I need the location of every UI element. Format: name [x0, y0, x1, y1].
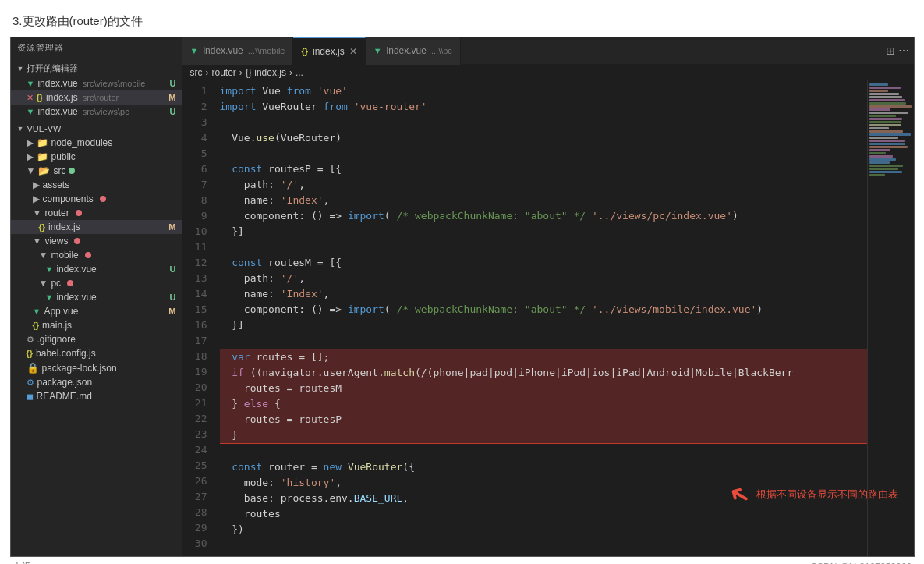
file-name-mobile-index: index.vue	[56, 264, 96, 275]
file-gitignore[interactable]: ⚙ .gitignore	[11, 332, 182, 346]
tab-index-js[interactable]: {} index.js ✕	[293, 37, 365, 65]
vue-icon-pc: ▼	[45, 293, 54, 302]
breadcrumb-more: ...	[296, 67, 303, 78]
more-icon[interactable]: ⋯	[898, 44, 909, 57]
open-editors-header[interactable]: ▼ 打开的编辑器	[11, 60, 182, 76]
minimap-content	[868, 80, 914, 180]
folder-name-src: src	[53, 165, 65, 176]
file-app-vue[interactable]: ▼ App.vue M	[11, 304, 182, 318]
project-name: VUE-VW	[27, 124, 61, 133]
folder-icon-src: 📂	[38, 165, 50, 176]
breadcrumb-file: {} index.js	[246, 67, 286, 78]
split-editor-icon[interactable]: ⊞	[886, 44, 895, 57]
folder-arrow-pub: ▶	[27, 151, 34, 162]
vue-icon-app: ▼	[33, 307, 41, 316]
file-package-lock[interactable]: 🔒 package-lock.json	[11, 360, 182, 375]
md-icon: ◼	[27, 392, 34, 402]
sidebar: 资源管理器 ▼ 打开的编辑器 ▼ index.vue src\views\mob…	[11, 37, 182, 556]
folder-components[interactable]: ▶ components	[11, 192, 182, 206]
annotation-inner: ➜ 根据不同设备显示不同的路由表	[729, 480, 898, 509]
file-name-readme: README.md	[37, 391, 92, 402]
page-title: 3.更改路由(router)的文件	[0, 8, 924, 37]
js-icon-1: {}	[37, 93, 44, 102]
mobile-index-badge: U	[170, 264, 176, 274]
open-editor-badge-1: M	[168, 93, 175, 102]
tab-index-vue-mobile[interactable]: ▼ index.vue ...\\mobile	[182, 37, 294, 65]
file-package-json[interactable]: ⚙ package.json	[11, 375, 182, 389]
open-editor-item-0[interactable]: ▼ index.vue src\views\mobile U	[11, 76, 182, 90]
folder-name-assets: assets	[43, 179, 70, 190]
json-icon: ⚙	[27, 378, 34, 388]
file-pc-index[interactable]: ▼ index.vue U	[11, 290, 182, 304]
editor-container: 资源管理器 ▼ 打开的编辑器 ▼ index.vue src\views\mob…	[10, 37, 915, 557]
annotation-container: ➜ 根据不同设备显示不同的路由表	[729, 480, 898, 509]
bottom-bar: 大纲 CSDN @hh3167253066	[0, 557, 924, 564]
file-mobile-index[interactable]: ▼ index.vue U	[11, 262, 182, 276]
open-editors-section: ▼ 打开的编辑器 ▼ index.vue src\views\mobile U …	[11, 59, 182, 120]
file-name-pkg-lock: package-lock.json	[42, 363, 117, 374]
file-router-index[interactable]: {} index.js M	[11, 220, 182, 234]
open-editor-name-2: index.vue	[37, 106, 77, 117]
tab-sublabel-1: ...\\mobile	[248, 46, 285, 55]
open-editor-badge-2: U	[170, 107, 176, 116]
file-name-pc-index: index.vue	[56, 292, 96, 303]
folder-pc[interactable]: ▼ pc	[11, 276, 182, 290]
vue-icon-mobile: ▼	[45, 264, 54, 274]
tab-vue-icon-3: ▼	[373, 46, 382, 55]
js-icon-router: {}	[39, 222, 46, 232]
folder-router[interactable]: ▼ router	[11, 206, 182, 220]
editor-main: ▼ index.vue ...\\mobile {} index.js ✕ ▼ …	[182, 37, 914, 556]
tab-js-icon-2: {}	[301, 47, 308, 56]
folder-views[interactable]: ▼ views	[11, 234, 182, 248]
bottom-left-label: 大纲	[12, 560, 31, 564]
page-wrapper: 3.更改路由(router)的文件 资源管理器 ▼ 打开的编辑器 ▼ index…	[0, 0, 924, 564]
folder-name-mobile: mobile	[51, 250, 78, 261]
pc-index-badge: U	[170, 293, 176, 302]
open-editor-item-1[interactable]: ✕ {} index.js src\router M	[11, 90, 182, 105]
open-editor-path-2: src\views\pc	[83, 107, 129, 116]
folder-arrow-comp: ▶	[33, 193, 40, 204]
folder-name-views: views	[44, 236, 68, 247]
folder-arrow-router: ▼	[33, 208, 42, 218]
git-icon: ⚙	[27, 335, 34, 345]
file-name-app: App.vue	[44, 306, 78, 317]
folder-arrow-assets: ▶	[33, 179, 40, 190]
folder-arrow-mobile: ▼	[39, 250, 48, 261]
open-editor-badge-0: U	[170, 79, 176, 88]
open-editor-name-1: index.js	[46, 92, 78, 103]
close-icon-1: ✕	[27, 93, 34, 103]
folder-assets[interactable]: ▶ assets	[11, 178, 182, 192]
bc-sep3: ›	[289, 67, 292, 78]
line-numbers: 1234567891011121314151617181920212223242…	[182, 80, 214, 556]
pc-dot	[67, 280, 73, 286]
annotation-text: 根据不同设备显示不同的路由表	[756, 488, 898, 502]
folder-name-nm: node_modules	[51, 137, 113, 148]
project-header[interactable]: ▼ VUE-VW	[11, 122, 182, 136]
router-index-badge: M	[168, 222, 175, 232]
tab-bar: ▼ index.vue ...\\mobile {} index.js ✕ ▼ …	[182, 37, 914, 65]
js-icon-main: {}	[33, 321, 40, 330]
tab-close-2[interactable]: ✕	[349, 46, 357, 57]
file-readme[interactable]: ◼ README.md	[11, 389, 182, 403]
folder-arrow-pc: ▼	[39, 278, 48, 289]
lock-icon: 🔒	[27, 362, 39, 374]
folder-name-router: router	[44, 208, 69, 218]
mobile-dot	[85, 252, 91, 258]
vue-icon-2: ▼	[27, 107, 35, 116]
csdn-watermark: CSDN @hh3167253066	[810, 562, 912, 565]
folder-src[interactable]: ▼ 📂 src	[11, 164, 182, 178]
folder-public[interactable]: ▶ 📁 public	[11, 150, 182, 164]
file-main-js[interactable]: {} main.js	[11, 318, 182, 332]
tab-index-vue-pc[interactable]: ▼ index.vue ...\\pc	[366, 37, 461, 65]
file-babel[interactable]: {} babel.config.js	[11, 346, 182, 360]
open-editor-path-1: src\router	[83, 93, 119, 102]
folder-node_modules[interactable]: ▶ 📁 node_modules	[11, 136, 182, 150]
file-name-pkg-json: package.json	[37, 377, 93, 388]
tab-label-2: index.js	[313, 46, 345, 57]
bc-sep1: ›	[206, 67, 209, 78]
breadcrumb-router: router	[212, 67, 236, 78]
file-name-router-index: index.js	[48, 222, 80, 232]
code-area: 1234567891011121314151617181920212223242…	[182, 80, 914, 556]
folder-mobile[interactable]: ▼ mobile	[11, 248, 182, 262]
open-editor-item-2[interactable]: ▼ index.vue src\views\pc U	[11, 105, 182, 119]
